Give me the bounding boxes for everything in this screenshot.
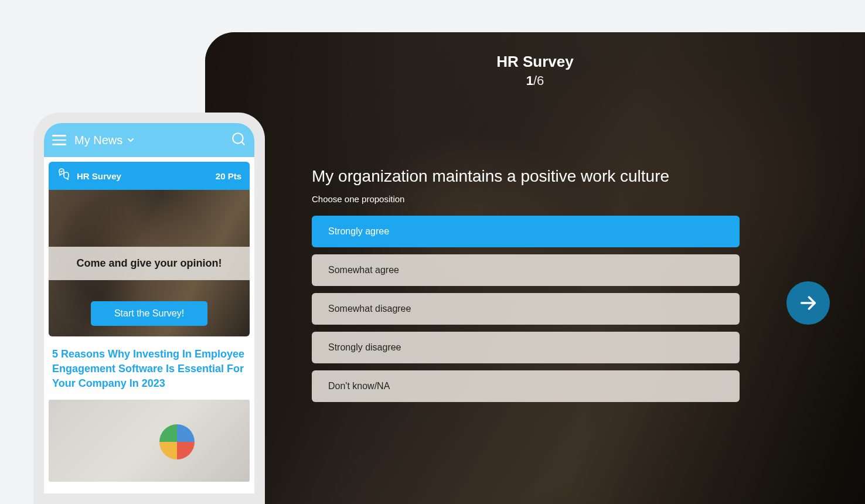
topbar-title-text: My News xyxy=(74,134,122,147)
progress-current: 1 xyxy=(526,73,533,88)
survey-header: HR Survey 1/6 xyxy=(205,53,865,88)
phone-screen: My News xyxy=(44,123,254,493)
question-text: My organization maintains a positive wor… xyxy=(312,167,740,186)
card-title: HR Survey xyxy=(77,171,121,181)
card-image: Come and give your opinion! Start the Su… xyxy=(49,190,250,336)
search-button[interactable] xyxy=(231,131,246,149)
topbar-title-dropdown[interactable]: My News xyxy=(74,134,135,147)
card-points: 20 Pts xyxy=(216,171,241,181)
progress-total: /6 xyxy=(533,73,544,88)
arrow-right-icon xyxy=(798,293,818,313)
start-survey-button[interactable]: Start the Survey! xyxy=(91,301,207,326)
next-button[interactable] xyxy=(786,281,830,325)
option-somewhat-disagree[interactable]: Somewhat disagree xyxy=(312,293,740,325)
news-title: 5 Reasons Why Investing In Employee Enga… xyxy=(52,347,246,391)
option-somewhat-agree[interactable]: Somewhat agree xyxy=(312,254,740,286)
option-strongly-agree[interactable]: Strongly agree xyxy=(312,216,740,247)
svg-line-2 xyxy=(241,142,244,145)
survey-progress: 1/6 xyxy=(205,73,865,88)
news-image xyxy=(49,400,250,482)
phone-body: HR Survey 20 Pts Come and give your opin… xyxy=(44,157,254,493)
options-list: Strongly agree Somewhat agree Somewhat d… xyxy=(312,216,740,402)
hamburger-icon xyxy=(52,135,66,137)
phone-device: My News xyxy=(33,113,265,504)
survey-icon xyxy=(57,168,71,184)
opinion-banner: Come and give your opinion! xyxy=(49,247,250,280)
option-strongly-disagree[interactable]: Strongly disagree xyxy=(312,332,740,363)
tablet-device: HR Survey 1/6 My organization maintains … xyxy=(205,32,865,504)
chevron-down-icon xyxy=(126,135,135,145)
news-item[interactable]: 5 Reasons Why Investing In Employee Enga… xyxy=(49,345,250,400)
survey-card[interactable]: HR Survey 20 Pts Come and give your opin… xyxy=(49,162,250,336)
search-icon xyxy=(231,131,246,147)
question-hint: Choose one proposition xyxy=(312,194,740,204)
card-header: HR Survey 20 Pts xyxy=(49,162,250,190)
survey-title: HR Survey xyxy=(205,53,865,71)
menu-button[interactable] xyxy=(52,132,66,148)
survey-content: My organization maintains a positive wor… xyxy=(312,167,740,402)
option-dont-know[interactable]: Don't know/NA xyxy=(312,370,740,402)
phone-topbar: My News xyxy=(44,123,254,157)
